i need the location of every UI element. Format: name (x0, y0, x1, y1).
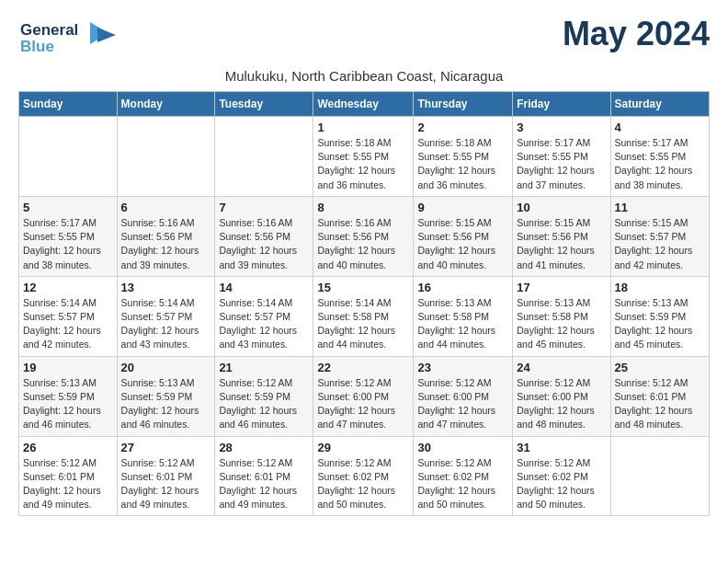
day-info: Sunrise: 5:12 AM Sunset: 6:02 PM Dayligh… (417, 456, 508, 512)
day-number: 18 (615, 281, 705, 294)
day-number: 27 (121, 441, 211, 454)
week-row-2: 5Sunrise: 5:17 AM Sunset: 5:55 PM Daylig… (19, 196, 710, 276)
table-cell: 3Sunrise: 5:17 AM Sunset: 5:55 PM Daylig… (513, 117, 610, 197)
day-info: Sunrise: 5:18 AM Sunset: 5:55 PM Dayligh… (317, 136, 409, 192)
svg-text:Blue: Blue (20, 38, 54, 55)
day-info: Sunrise: 5:14 AM Sunset: 5:57 PM Dayligh… (219, 296, 309, 352)
day-info: Sunrise: 5:18 AM Sunset: 5:55 PM Dayligh… (417, 136, 508, 192)
table-cell (117, 117, 215, 197)
day-info: Sunrise: 5:12 AM Sunset: 6:00 PM Dayligh… (517, 376, 606, 432)
table-cell: 26Sunrise: 5:12 AM Sunset: 6:01 PM Dayli… (19, 436, 118, 516)
day-number: 26 (23, 441, 113, 454)
table-cell: 6Sunrise: 5:16 AM Sunset: 5:56 PM Daylig… (117, 196, 215, 276)
day-info: Sunrise: 5:14 AM Sunset: 5:57 PM Dayligh… (23, 296, 113, 352)
table-cell: 19Sunrise: 5:13 AM Sunset: 5:59 PM Dayli… (19, 356, 118, 436)
day-info: Sunrise: 5:12 AM Sunset: 6:00 PM Dayligh… (417, 376, 508, 432)
day-info: Sunrise: 5:12 AM Sunset: 6:01 PM Dayligh… (615, 376, 705, 432)
table-cell: 1Sunrise: 5:18 AM Sunset: 5:55 PM Daylig… (313, 117, 414, 197)
day-info: Sunrise: 5:17 AM Sunset: 5:55 PM Dayligh… (517, 136, 606, 192)
header-sunday: Sunday (19, 92, 118, 117)
day-number: 3 (517, 121, 606, 134)
table-cell: 22Sunrise: 5:12 AM Sunset: 6:00 PM Dayli… (313, 356, 414, 436)
day-number: 11 (615, 201, 705, 214)
day-number: 30 (417, 441, 508, 454)
day-info: Sunrise: 5:12 AM Sunset: 6:01 PM Dayligh… (23, 456, 113, 512)
day-number: 5 (23, 201, 113, 214)
week-row-4: 19Sunrise: 5:13 AM Sunset: 5:59 PM Dayli… (19, 356, 710, 436)
table-cell: 23Sunrise: 5:12 AM Sunset: 6:00 PM Dayli… (414, 356, 513, 436)
day-number: 29 (317, 441, 409, 454)
day-number: 28 (219, 441, 309, 454)
table-cell: 28Sunrise: 5:12 AM Sunset: 6:01 PM Dayli… (215, 436, 313, 516)
day-number: 13 (121, 281, 211, 294)
table-cell: 2Sunrise: 5:18 AM Sunset: 5:55 PM Daylig… (414, 117, 513, 197)
day-info: Sunrise: 5:12 AM Sunset: 5:59 PM Dayligh… (219, 376, 309, 432)
day-info: Sunrise: 5:17 AM Sunset: 5:55 PM Dayligh… (23, 216, 113, 272)
table-cell (215, 117, 313, 197)
table-cell: 21Sunrise: 5:12 AM Sunset: 5:59 PM Dayli… (215, 356, 313, 436)
page-container: General Blue May 2024 Mulukuku, North Ca… (0, 0, 728, 531)
day-info: Sunrise: 5:12 AM Sunset: 6:00 PM Dayligh… (317, 376, 409, 432)
day-info: Sunrise: 5:13 AM Sunset: 5:59 PM Dayligh… (23, 376, 113, 432)
day-info: Sunrise: 5:14 AM Sunset: 5:58 PM Dayligh… (317, 296, 409, 352)
day-info: Sunrise: 5:15 AM Sunset: 5:56 PM Dayligh… (517, 216, 606, 272)
day-number: 21 (219, 361, 309, 374)
day-number: 4 (615, 121, 705, 134)
day-number: 19 (23, 361, 113, 374)
table-cell: 7Sunrise: 5:16 AM Sunset: 5:56 PM Daylig… (215, 196, 313, 276)
logo-text: General Blue (18, 15, 119, 64)
day-number: 24 (517, 361, 606, 374)
day-info: Sunrise: 5:16 AM Sunset: 5:56 PM Dayligh… (219, 216, 309, 272)
table-cell: 29Sunrise: 5:12 AM Sunset: 6:02 PM Dayli… (313, 436, 414, 516)
table-cell: 10Sunrise: 5:15 AM Sunset: 5:56 PM Dayli… (513, 196, 610, 276)
day-number: 7 (219, 201, 309, 214)
day-info: Sunrise: 5:12 AM Sunset: 6:02 PM Dayligh… (317, 456, 409, 512)
day-info: Sunrise: 5:12 AM Sunset: 6:02 PM Dayligh… (517, 456, 606, 512)
table-cell: 4Sunrise: 5:17 AM Sunset: 5:55 PM Daylig… (610, 117, 709, 197)
day-number: 10 (517, 201, 606, 214)
day-info: Sunrise: 5:15 AM Sunset: 5:56 PM Dayligh… (417, 216, 508, 272)
day-number: 25 (615, 361, 705, 374)
table-cell: 24Sunrise: 5:12 AM Sunset: 6:00 PM Dayli… (513, 356, 610, 436)
day-info: Sunrise: 5:14 AM Sunset: 5:57 PM Dayligh… (121, 296, 211, 352)
calendar-subtitle: Mulukuku, North Caribbean Coast, Nicarag… (18, 68, 710, 84)
header: General Blue May 2024 (18, 15, 710, 64)
title-area: May 2024 (563, 15, 710, 53)
table-cell: 18Sunrise: 5:13 AM Sunset: 5:59 PM Dayli… (610, 276, 709, 356)
day-number: 23 (417, 361, 508, 374)
day-number: 17 (517, 281, 606, 294)
day-info: Sunrise: 5:13 AM Sunset: 5:58 PM Dayligh… (417, 296, 508, 352)
table-cell (610, 436, 709, 516)
header-saturday: Saturday (610, 92, 709, 117)
table-cell: 17Sunrise: 5:13 AM Sunset: 5:58 PM Dayli… (513, 276, 610, 356)
day-info: Sunrise: 5:16 AM Sunset: 5:56 PM Dayligh… (121, 216, 211, 272)
day-number: 9 (417, 201, 508, 214)
header-tuesday: Tuesday (215, 92, 313, 117)
table-cell: 31Sunrise: 5:12 AM Sunset: 6:02 PM Dayli… (513, 436, 610, 516)
header-monday: Monday (117, 92, 215, 117)
table-cell: 14Sunrise: 5:14 AM Sunset: 5:57 PM Dayli… (215, 276, 313, 356)
day-number: 15 (317, 281, 409, 294)
table-cell: 11Sunrise: 5:15 AM Sunset: 5:57 PM Dayli… (610, 196, 709, 276)
table-cell: 13Sunrise: 5:14 AM Sunset: 5:57 PM Dayli… (117, 276, 215, 356)
table-cell: 5Sunrise: 5:17 AM Sunset: 5:55 PM Daylig… (19, 196, 118, 276)
day-number: 6 (121, 201, 211, 214)
header-wednesday: Wednesday (313, 92, 414, 117)
day-number: 16 (417, 281, 508, 294)
calendar-table: Sunday Monday Tuesday Wednesday Thursday… (18, 91, 710, 516)
table-cell: 9Sunrise: 5:15 AM Sunset: 5:56 PM Daylig… (414, 196, 513, 276)
day-number: 20 (121, 361, 211, 374)
header-thursday: Thursday (414, 92, 513, 117)
day-number: 2 (417, 121, 508, 134)
table-cell: 25Sunrise: 5:12 AM Sunset: 6:01 PM Dayli… (610, 356, 709, 436)
day-info: Sunrise: 5:15 AM Sunset: 5:57 PM Dayligh… (615, 216, 705, 272)
calendar-title: May 2024 (563, 15, 710, 53)
weekday-header-row: Sunday Monday Tuesday Wednesday Thursday… (19, 92, 710, 117)
svg-marker-3 (97, 28, 116, 42)
day-info: Sunrise: 5:13 AM Sunset: 5:58 PM Dayligh… (517, 296, 606, 352)
table-cell: 20Sunrise: 5:13 AM Sunset: 5:59 PM Dayli… (117, 356, 215, 436)
day-info: Sunrise: 5:16 AM Sunset: 5:56 PM Dayligh… (317, 216, 409, 272)
day-number: 1 (317, 121, 409, 134)
day-info: Sunrise: 5:12 AM Sunset: 6:01 PM Dayligh… (219, 456, 309, 512)
day-info: Sunrise: 5:13 AM Sunset: 5:59 PM Dayligh… (615, 296, 705, 352)
